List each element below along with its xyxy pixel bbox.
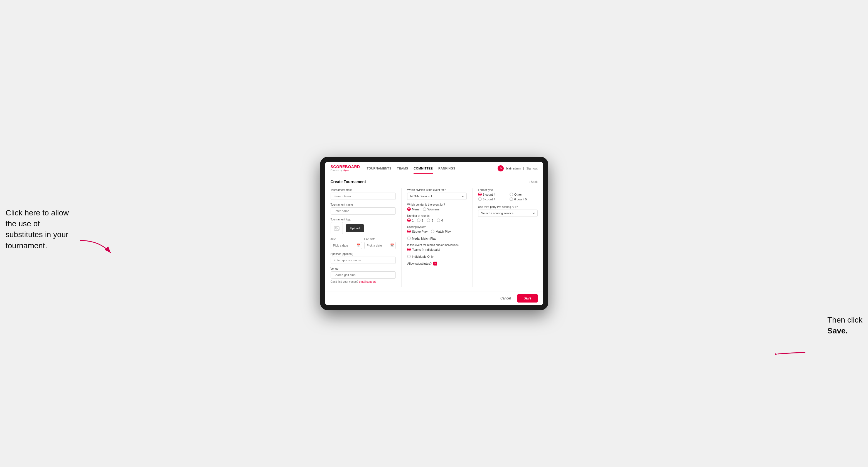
scoring-api-label: Use third-party live scoring API? — [478, 206, 538, 209]
format-6count5[interactable]: 6 count 5 — [509, 197, 538, 201]
sponsor-label: Sponsor (optional) — [331, 252, 396, 255]
tablet-screen: SCOREBOARD Powered by clippd TOURNAMENTS… — [325, 162, 543, 305]
rounds-1-radio[interactable] — [407, 218, 411, 222]
event-individuals-radio[interactable] — [407, 255, 411, 258]
nav-links: TOURNAMENTS TEAMS COMMITTEE RANKINGS — [367, 163, 498, 174]
arrow-left-icon — [78, 238, 114, 257]
sponsor-section: Sponsor (optional) — [331, 252, 396, 264]
tournament-name-label: Tournament name — [331, 203, 396, 206]
page-title: Create Tournament — [331, 180, 366, 184]
substitutes-label: Allow substitutes? — [407, 262, 432, 265]
form-grid: Tournament Host Tournament name Tourname… — [331, 188, 538, 287]
division-select[interactable]: NCAA Division I — [407, 193, 467, 200]
date-row: date 📅 End date 📅 — [331, 238, 396, 249]
start-date-calendar-icon: 📅 — [356, 244, 361, 247]
format-6count5-radio[interactable] — [509, 197, 513, 201]
nav-tournaments[interactable]: TOURNAMENTS — [367, 163, 392, 174]
scoring-match-radio[interactable] — [431, 229, 434, 233]
rounds-3[interactable]: 3 — [427, 218, 433, 222]
gender-womens[interactable]: Womens — [423, 207, 439, 211]
logo-placeholder-icon — [331, 222, 343, 234]
rounds-4-radio[interactable] — [437, 218, 440, 222]
scoring-api-select[interactable]: Select a scoring service — [478, 210, 538, 217]
format-other[interactable]: Other — [509, 193, 538, 196]
page-content: Create Tournament ‹ Back Tournament Host… — [325, 175, 543, 291]
logo-upload-area: Upload — [331, 222, 396, 234]
tournament-host-section: Tournament Host — [331, 188, 396, 200]
gender-mens[interactable]: Mens — [407, 207, 420, 211]
gender-mens-radio[interactable] — [407, 207, 411, 211]
event-individuals[interactable]: Individuals Only — [407, 255, 434, 258]
scoring-stroke-radio[interactable] — [407, 229, 411, 233]
nav-rankings[interactable]: RANKINGS — [438, 163, 455, 174]
format-options-grid: 5 count 4 Other 6 count 4 — [478, 193, 538, 201]
rounds-radio-group: 1 2 3 4 — [407, 218, 467, 222]
annotation-left: Click here to allow the use of substitut… — [6, 207, 78, 251]
nav-committee[interactable]: COMMITTEE — [413, 163, 433, 174]
event-teams[interactable]: Teams (+Individuals) — [407, 248, 440, 251]
format-6count4[interactable]: 6 count 4 — [478, 197, 506, 201]
annotation-right: Then click Save. — [827, 314, 862, 336]
start-date-label: date — [331, 238, 362, 241]
scoring-stroke[interactable]: Stroke Play — [407, 229, 428, 233]
signout-link[interactable]: Sign out — [526, 167, 537, 170]
nav-teams[interactable]: TEAMS — [397, 163, 408, 174]
middle-column: Which division is the event for? NCAA Di… — [401, 188, 467, 287]
back-link[interactable]: ‹ Back — [528, 180, 537, 183]
venue-label: Venue — [331, 267, 396, 270]
rounds-2[interactable]: 2 — [417, 218, 423, 222]
scoring-medal[interactable]: Medal Match Play — [407, 237, 436, 240]
venue-section: Venue Can't find your venue? email suppo… — [331, 267, 396, 283]
end-date-section: End date 📅 — [364, 238, 396, 249]
event-type-section: Is this event for Teams and/or Individua… — [407, 244, 467, 258]
nav-divider: | — [523, 167, 524, 170]
logo-powered: Powered by clippd — [331, 169, 360, 172]
tablet-frame: SCOREBOARD Powered by clippd TOURNAMENTS… — [320, 157, 548, 310]
sponsor-input[interactable] — [331, 257, 396, 264]
division-section: Which division is the event for? NCAA Di… — [407, 188, 467, 200]
cancel-button[interactable]: Cancel — [497, 295, 514, 302]
end-date-label: End date — [364, 238, 396, 241]
tournament-host-input[interactable] — [331, 193, 396, 200]
rounds-1[interactable]: 1 — [407, 218, 413, 222]
scoring-match[interactable]: Match Play — [431, 229, 451, 233]
upload-button[interactable]: Upload — [346, 224, 364, 232]
gender-womens-radio[interactable] — [423, 207, 426, 211]
gender-radio-group: Mens Womens — [407, 207, 467, 211]
end-date-calendar-icon: 📅 — [390, 244, 394, 247]
rounds-2-radio[interactable] — [417, 218, 421, 222]
scoring-radio-group: Stroke Play Match Play Medal Match Play — [407, 229, 467, 240]
navbar: SCOREBOARD Powered by clippd TOURNAMENTS… — [325, 162, 543, 175]
venue-note: Can't find your venue? email support — [331, 280, 396, 283]
logo-area: SCOREBOARD Powered by clippd — [331, 165, 360, 172]
scoring-section: Scoring system Stroke Play Match Play — [407, 225, 467, 240]
format-5count4[interactable]: 5 count 4 — [478, 193, 506, 196]
rounds-label: Number of rounds — [407, 214, 467, 217]
tournament-logo-label: Tournament logo — [331, 218, 396, 221]
format-label: Format type — [478, 188, 538, 191]
format-6count4-radio[interactable] — [478, 197, 482, 201]
avatar: B — [498, 165, 504, 172]
left-column: Tournament Host Tournament name Tourname… — [331, 188, 396, 287]
scoring-api-section: Use third-party live scoring API? Select… — [478, 206, 538, 217]
venue-email-link[interactable]: email support — [359, 280, 376, 283]
rounds-section: Number of rounds 1 2 — [407, 214, 467, 222]
substitutes-row: Allow substitutes? — [407, 261, 467, 266]
format-other-radio[interactable] — [509, 193, 513, 196]
tournament-name-section: Tournament name — [331, 203, 396, 215]
scoring-medal-radio[interactable] — [407, 237, 411, 240]
gender-label: Which gender is the event for? — [407, 203, 467, 206]
rounds-4[interactable]: 4 — [437, 218, 443, 222]
event-teams-radio[interactable] — [407, 248, 411, 251]
tournament-name-input[interactable] — [331, 207, 396, 215]
event-type-radio-group: Teams (+Individuals) Individuals Only — [407, 248, 467, 258]
end-date-wrap: 📅 — [364, 242, 396, 249]
user-name: blair admin — [506, 167, 521, 170]
save-button[interactable]: Save — [517, 294, 537, 303]
arrow-right-icon — [775, 346, 808, 360]
substitutes-checkbox[interactable] — [433, 261, 437, 266]
rounds-3-radio[interactable] — [427, 218, 430, 222]
venue-input[interactable] — [331, 271, 396, 279]
format-5count4-radio[interactable] — [478, 193, 482, 196]
logo-scoreboard: SCOREBOARD — [331, 165, 360, 169]
